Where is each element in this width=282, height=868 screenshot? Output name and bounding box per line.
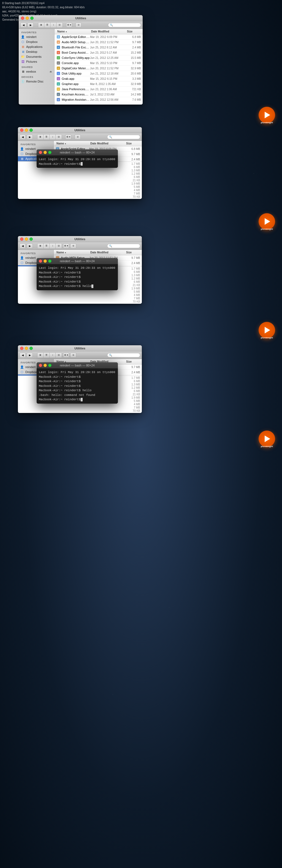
act-3[interactable]: ⚙ ▾: [63, 244, 69, 248]
play-button-3[interactable]: pluralsight: [259, 322, 275, 338]
list-v-3[interactable]: ☰: [44, 244, 50, 248]
back-btn-4[interactable]: ◀: [20, 353, 26, 358]
cf-v-4[interactable]: ⊡: [56, 353, 62, 358]
sidebar-item-reindert[interactable]: 👤 reindert: [19, 34, 54, 39]
file-row[interactable]: G Grapher.app Mar 8, 2012 1:35 AM 32.9 M…: [55, 82, 143, 87]
maximize-button-3[interactable]: [29, 238, 33, 241]
t1-min[interactable]: [44, 151, 47, 154]
path-3[interactable]: ⊙: [70, 244, 76, 248]
minimize-button-4[interactable]: [25, 347, 28, 350]
fwd-btn-4[interactable]: ▶: [27, 353, 33, 358]
t3-max[interactable]: [48, 364, 52, 367]
t3-close[interactable]: [39, 364, 42, 367]
col-v-4[interactable]: ⫶: [50, 353, 56, 358]
maximize-button-1[interactable]: [30, 17, 34, 20]
col-size[interactable]: Size: [126, 29, 141, 34]
close-button-1[interactable]: [21, 17, 24, 20]
file-row[interactable]: A AppleScript Editor.app Mar 19, 2012 6:…: [55, 34, 143, 40]
fwd-btn-3[interactable]: ▶: [27, 244, 33, 248]
icon-view-btn-2[interactable]: ⊞: [37, 134, 44, 140]
col-name-2[interactable]: Name ▲: [55, 142, 89, 146]
path-btn-2[interactable]: ⊙: [75, 134, 81, 140]
coverflow-btn-2[interactable]: ⊡: [56, 134, 62, 140]
cs-4[interactable]: Size: [125, 360, 140, 364]
coverflow-btn[interactable]: ⊡: [56, 23, 62, 28]
tl2-5: Macbook-Air:~ reindert$ hello: [39, 284, 118, 288]
terminal-body-1[interactable]: Last login: Fri May 31 20:29:33 on ttys0…: [37, 155, 118, 168]
t2-min[interactable]: [44, 259, 47, 263]
file-row[interactable]: C ColorSync Utility.app Jun 21, 2012 12:…: [55, 55, 143, 61]
path-4[interactable]: ⊙: [70, 353, 76, 358]
back-button[interactable]: ◀: [20, 23, 26, 28]
sidebar-item-pictures[interactable]: 🖼 Pictures: [19, 59, 54, 64]
col-name[interactable]: Name ▲: [56, 29, 90, 34]
col-date[interactable]: Date Modified: [90, 29, 126, 34]
file-row[interactable]: K Keychain Access.app Jul 3, 2012 2:53 A…: [55, 92, 143, 97]
close-button-4[interactable]: [20, 347, 23, 350]
action-btn-2[interactable]: ⚙ ▾: [65, 134, 71, 140]
term-body-3[interactable]: Last login: Fri May 31 20:29:33 on ttys0…: [37, 368, 118, 404]
file-row[interactable]: N Network Utility.app Jun 21, 2012 12:02…: [55, 102, 143, 103]
search-box-2[interactable]: 🔍: [107, 135, 140, 139]
minimize-button-3[interactable]: [25, 238, 28, 241]
icon-view-btn[interactable]: ⊞: [38, 23, 44, 28]
svg-text:B: B: [58, 47, 59, 49]
t3-min[interactable]: [44, 364, 47, 367]
cd-3[interactable]: Date Modified: [89, 250, 125, 254]
list-v-4[interactable]: ☰: [44, 353, 50, 358]
search-3[interactable]: 🔍: [107, 244, 140, 248]
cs-3[interactable]: Size: [125, 250, 140, 254]
file-row[interactable]: B Bluetooth File Exchange.app Jun 25, 20…: [55, 45, 143, 50]
play-button-1[interactable]: pluralsight: [259, 107, 275, 123]
file-row[interactable]: J Java Preferences.app Jun 23, 2012 1:06…: [55, 87, 143, 92]
file-row[interactable]: B Boot Camp Assistant.app Jun 23, 2012 5…: [55, 50, 143, 55]
close-button-2[interactable]: [20, 128, 23, 132]
file-row[interactable]: M Audio MIDI Setup.app Jun 20, 2012 11:5…: [55, 40, 143, 45]
file-row[interactable]: G Grab.app Mar 15, 2012 6:15 PM 3.3 MB: [55, 76, 143, 82]
col-size-2[interactable]: Size: [125, 142, 140, 146]
back-button-2[interactable]: ◀: [20, 134, 26, 140]
col-v-3[interactable]: ⫶: [50, 244, 56, 248]
t1-close[interactable]: [39, 151, 42, 154]
back-btn-3[interactable]: ◀: [20, 244, 26, 248]
icon-v-4[interactable]: ⊞: [37, 353, 44, 358]
action-btn[interactable]: ⚙ ▾: [66, 23, 72, 28]
maximize-button-2[interactable]: [29, 128, 33, 132]
sidebar-item-applications[interactable]: ⊞ Applications: [19, 44, 54, 49]
path-btn[interactable]: ⊙: [76, 23, 82, 28]
file-row[interactable]: D DigitalColor Meter.app Jun 20, 2012 11…: [55, 66, 143, 71]
cf-v-3[interactable]: ⊡: [56, 244, 62, 248]
t2-close[interactable]: [39, 259, 42, 263]
list-view-btn[interactable]: ☰: [44, 23, 50, 28]
play-button-4[interactable]: pluralsight: [259, 431, 275, 447]
maximize-button-4[interactable]: [29, 347, 33, 350]
minimize-button-2[interactable]: [25, 128, 28, 132]
search-4[interactable]: 🔍: [107, 353, 140, 358]
sidebar-item-desktop[interactable]: 🖥 Desktop: [19, 49, 54, 54]
cn-3[interactable]: Name ▲: [55, 250, 89, 254]
search-box-1[interactable]: 🔍: [108, 23, 141, 27]
file-date: Mar 15, 2012 6:15 PM: [90, 77, 126, 80]
sidebar-item-dropbox[interactable]: ⬡ Dropbox: [19, 39, 54, 44]
act-4[interactable]: ⚙ ▾: [63, 353, 69, 358]
file-row[interactable]: M Migration Assistant.app Jun 23, 2012 1…: [55, 97, 143, 102]
t2-max[interactable]: [48, 259, 52, 263]
column-view-btn[interactable]: ⫶: [50, 23, 56, 28]
sidebar-item-documents[interactable]: 📁 Documents: [19, 54, 54, 59]
file-row[interactable]: D Disk Utility.app Jun 21, 2012 12:18 AM…: [55, 71, 143, 76]
column-view-btn-2[interactable]: ⫶: [50, 134, 56, 140]
play-button-2[interactable]: pluralsight: [259, 213, 275, 230]
sidebar-item-remote-disc[interactable]: 💿 Remote Disc: [19, 79, 54, 84]
close-button-3[interactable]: [20, 238, 23, 241]
list-view-btn-2[interactable]: ☰: [44, 134, 50, 140]
sidebar-item-eeebox[interactable]: 🖥 eeebox ⏏: [19, 69, 54, 74]
eject-icon[interactable]: ⏏: [50, 70, 52, 73]
term-body-2[interactable]: Last login: Fri May 31 20:29:33 on ttys0…: [37, 264, 118, 290]
t1-max[interactable]: [48, 151, 52, 154]
forward-button-2[interactable]: ▶: [27, 134, 33, 140]
col-date-2[interactable]: Date Modified: [89, 142, 125, 146]
file-row[interactable]: C Console.app Mar 15, 2012 5:10 PM 9.7 M…: [55, 61, 143, 66]
minimize-button-1[interactable]: [26, 17, 29, 20]
forward-button[interactable]: ▶: [28, 23, 34, 28]
icon-v-3[interactable]: ⊞: [37, 244, 44, 248]
